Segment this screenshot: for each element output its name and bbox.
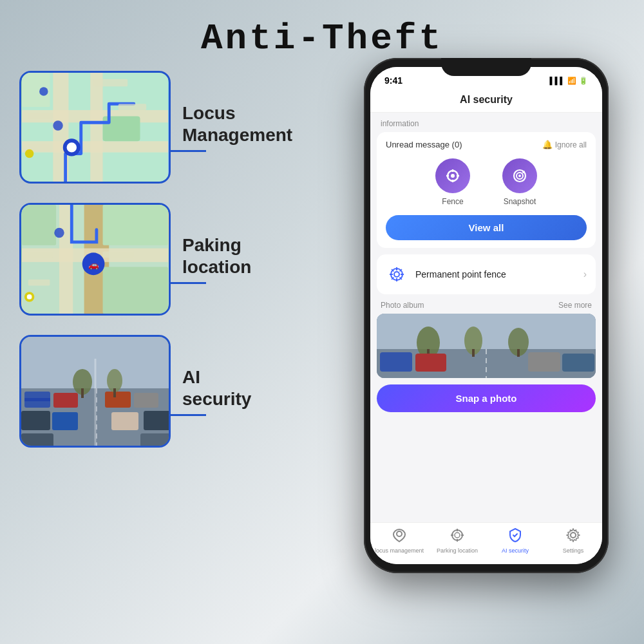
svg-rect-28 bbox=[28, 279, 50, 286]
nav-settings-label: Settings bbox=[563, 547, 584, 554]
photo-thumb-ai bbox=[19, 335, 171, 448]
svg-rect-35 bbox=[24, 398, 50, 401]
feature-parking-text: Paking location bbox=[182, 234, 251, 278]
feature-ai-text: AI security bbox=[182, 366, 251, 410]
svg-rect-26 bbox=[103, 251, 134, 258]
svg-point-85 bbox=[455, 533, 460, 538]
nav-locus-icon bbox=[392, 528, 406, 545]
fence-point-icon bbox=[386, 263, 408, 285]
main-title: Anti-Theft bbox=[0, 0, 644, 59]
snap-photo-button[interactable]: Snap a photo bbox=[377, 384, 596, 412]
svg-rect-77 bbox=[517, 349, 520, 357]
svg-rect-20 bbox=[22, 205, 56, 245]
svg-rect-75 bbox=[472, 349, 475, 357]
status-icons: ▌▌▌ 📶 🔋 bbox=[550, 77, 588, 85]
svg-rect-10 bbox=[118, 104, 146, 110]
map-svg-parking: 🚗 bbox=[21, 205, 169, 314]
photo-section-header: Photo album See more bbox=[370, 294, 602, 314]
svg-point-58 bbox=[522, 171, 525, 173]
svg-point-30 bbox=[27, 294, 32, 299]
fence-label: Fence bbox=[442, 197, 463, 206]
view-all-button[interactable]: View all bbox=[386, 215, 587, 240]
svg-rect-22 bbox=[103, 267, 168, 314]
nav-ai-security[interactable]: AI security bbox=[486, 528, 544, 554]
battery-icon: 🔋 bbox=[579, 77, 588, 85]
svg-point-57 bbox=[518, 175, 521, 177]
svg-rect-37 bbox=[21, 411, 50, 430]
unread-row: Unread message (0) 🔔 Ignore all bbox=[386, 140, 587, 149]
svg-rect-21 bbox=[103, 205, 168, 245]
svg-rect-43 bbox=[111, 412, 138, 430]
app-content: information Unread message (0) 🔔 Ignore … bbox=[370, 113, 602, 522]
ignore-icon: 🔔 bbox=[542, 140, 553, 149]
feature-parking-label: Paking location bbox=[171, 234, 251, 283]
nav-parking-icon bbox=[450, 528, 464, 545]
photo-album-label: Photo album bbox=[381, 301, 424, 310]
left-section: Locus Management bbox=[19, 71, 213, 467]
feature-ai-label: AI security bbox=[171, 366, 251, 415]
fence-arrow-icon: › bbox=[583, 269, 587, 280]
signal-icon: ▌▌▌ bbox=[550, 77, 565, 84]
svg-rect-78 bbox=[380, 352, 412, 372]
snapshot-svg-icon bbox=[511, 167, 528, 184]
svg-rect-38 bbox=[52, 412, 78, 430]
photo-area bbox=[377, 314, 596, 378]
fence-text: Permanent point fence bbox=[415, 269, 576, 279]
nav-settings-icon bbox=[566, 528, 580, 545]
fence-svg-icon bbox=[444, 167, 461, 184]
svg-rect-31 bbox=[21, 337, 169, 388]
snapshot-icon-item[interactable]: Snapshot bbox=[502, 158, 537, 206]
app-header: AI security bbox=[370, 90, 602, 113]
svg-point-13 bbox=[53, 120, 62, 130]
svg-point-83 bbox=[397, 531, 402, 536]
fence-point-svg bbox=[388, 265, 406, 283]
ignore-all-btn[interactable]: 🔔 Ignore all bbox=[542, 140, 587, 149]
status-time: 9:41 bbox=[384, 75, 402, 86]
parking-photo-svg bbox=[21, 337, 169, 446]
fence-icon-item[interactable]: Fence bbox=[435, 158, 470, 206]
feature-locus-underline bbox=[171, 150, 206, 152]
svg-point-90 bbox=[571, 533, 576, 538]
svg-point-50 bbox=[451, 174, 455, 178]
phone-body: 9:41 ▌▌▌ 📶 🔋 AI security information bbox=[364, 58, 609, 573]
svg-point-60 bbox=[394, 272, 399, 277]
nav-ai-label: AI security bbox=[502, 547, 529, 554]
see-more-link[interactable]: See more bbox=[558, 301, 592, 310]
svg-point-25 bbox=[54, 228, 64, 238]
svg-rect-11 bbox=[28, 113, 53, 120]
svg-rect-81 bbox=[562, 354, 594, 372]
nav-settings[interactable]: Settings bbox=[544, 528, 602, 554]
svg-point-15 bbox=[25, 149, 34, 158]
nav-locus[interactable]: locus management bbox=[370, 528, 428, 554]
wifi-icon: 📶 bbox=[567, 77, 576, 85]
svg-text:🚗: 🚗 bbox=[88, 260, 99, 270]
map-svg-locus bbox=[21, 73, 169, 182]
section-information-label: information bbox=[370, 113, 602, 132]
app-title: AI security bbox=[460, 94, 513, 105]
bottom-nav: locus management Parking location AI sec… bbox=[370, 522, 602, 564]
svg-rect-71 bbox=[377, 314, 596, 349]
svg-point-14 bbox=[39, 87, 48, 96]
svg-rect-36 bbox=[53, 393, 78, 408]
map-thumb-parking: 🚗 bbox=[19, 203, 171, 316]
feature-locus: Locus Management bbox=[19, 71, 213, 184]
photo-area-svg bbox=[377, 314, 596, 378]
fence-circle bbox=[435, 158, 470, 193]
snapshot-label: Snapshot bbox=[504, 197, 536, 206]
svg-point-8 bbox=[67, 142, 77, 152]
map-thumb-locus bbox=[19, 71, 171, 184]
svg-rect-27 bbox=[28, 251, 53, 258]
info-card: Unread message (0) 🔔 Ignore all bbox=[377, 132, 596, 248]
nav-locus-label: locus management bbox=[375, 547, 424, 554]
svg-rect-42 bbox=[144, 411, 169, 430]
svg-rect-47 bbox=[81, 388, 84, 398]
feature-locus-text: Locus Management bbox=[182, 102, 292, 146]
ignore-all-label: Ignore all bbox=[555, 140, 587, 149]
svg-rect-39 bbox=[21, 433, 53, 446]
phone-screen: 9:41 ▌▌▌ 📶 🔋 AI security information bbox=[370, 67, 602, 564]
parking-photo bbox=[21, 337, 169, 446]
fence-row[interactable]: Permanent point fence › bbox=[377, 254, 596, 294]
snapshot-circle bbox=[502, 158, 537, 193]
svg-rect-41 bbox=[134, 393, 158, 408]
nav-parking[interactable]: Parking location bbox=[428, 528, 486, 554]
